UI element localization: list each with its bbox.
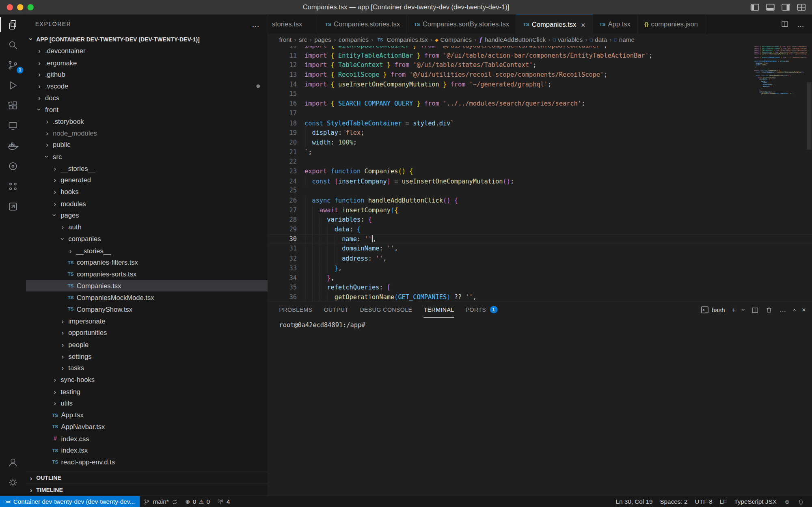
tree-folder-settings[interactable]: ›settings	[26, 350, 268, 362]
extension-a-activity-button[interactable]	[0, 156, 26, 176]
kill-terminal-icon[interactable]	[765, 306, 773, 313]
code-line-20[interactable]: 20 width: 100%;	[268, 138, 812, 147]
tree-folder-.devcontainer[interactable]: ›.devcontainer	[26, 45, 268, 57]
tree-folder-node_modules[interactable]: ›node_modules	[26, 127, 268, 139]
code-line-18[interactable]: 18const StyledTableContainer = styled.di…	[268, 118, 812, 128]
breadcrumb-handleAddButtonClick[interactable]: ƒhandleAddButtonClick	[479, 36, 546, 43]
breadcrumb-pages[interactable]: pages	[314, 36, 331, 43]
maximize-panel-icon[interactable]: ›	[790, 309, 798, 311]
code-line-11[interactable]: 11import { EntityTableActionBar } from '…	[268, 51, 812, 60]
chevron-down-icon[interactable]: ›	[740, 309, 747, 311]
source-control-activity-button[interactable]: 1	[0, 55, 26, 75]
tree-folder-.storybook[interactable]: ›.storybook	[26, 116, 268, 127]
settings-button[interactable]	[0, 472, 26, 492]
code-line-23[interactable]: 23export function Companies() {	[268, 167, 812, 177]
code-line-10[interactable]: 10import { WithTopBarContainer } from '@…	[268, 46, 812, 51]
search-activity-button[interactable]	[0, 35, 26, 55]
accounts-button[interactable]	[0, 452, 26, 472]
tree-folder-utils[interactable]: ›utils	[26, 397, 268, 409]
tree-folder-modules[interactable]: ›modules	[26, 198, 268, 209]
close-tab-icon[interactable]: ×	[581, 20, 585, 29]
panel-tab-terminal[interactable]: TERMINAL	[424, 302, 454, 318]
terminal-shell-selector[interactable]: >_ bash	[702, 306, 725, 313]
tab-stories.tsx[interactable]: stories.tsx	[268, 15, 319, 34]
ports-indicator[interactable]: 4	[214, 496, 233, 507]
run-debug-activity-button[interactable]	[0, 75, 26, 95]
tree-folder-tasks[interactable]: ›tasks	[26, 362, 268, 374]
tree-folder-__stories__[interactable]: ›__stories__	[26, 162, 268, 174]
language-mode[interactable]: TypeScript JSX	[730, 496, 780, 507]
explorer-activity-button[interactable]	[0, 15, 26, 35]
tree-file-CompanyShow.tsx[interactable]: TSCompanyShow.tsx	[26, 304, 268, 315]
toggle-sidebar-left-icon[interactable]	[750, 3, 759, 11]
outline-section-header[interactable]: › OUTLINE	[26, 472, 268, 483]
close-panel-icon[interactable]: ×	[802, 306, 806, 314]
code-line-36[interactable]: 36 getOperationName(GET_COMPANIES) ?? ''…	[268, 293, 812, 302]
zoom-window-button[interactable]	[28, 4, 34, 10]
extension-c-activity-button[interactable]	[0, 196, 26, 216]
tab-Companies.stories.tsx[interactable]: TSCompanies.stories.tsx	[318, 15, 407, 34]
split-editor-icon[interactable]	[781, 20, 788, 28]
tab-Companies.tsx[interactable]: TSCompanies.tsx×	[516, 15, 593, 34]
code-line-16[interactable]: 16import { SEARCH_COMPANY_QUERY } from '…	[268, 99, 812, 109]
tree-file-react-app-env.d.ts[interactable]: TSreact-app-env.d.ts	[26, 456, 268, 468]
breadcrumb-data[interactable]: □data	[590, 36, 607, 43]
breadcrumb-Companies.tsx[interactable]: TSCompanies.tsx	[376, 36, 428, 43]
breadcrumb-name[interactable]: □name	[614, 36, 635, 43]
tab-Companies.sortBy.stories.tsx[interactable]: TSCompanies.sortBy.stories.tsx	[407, 15, 516, 34]
tree-file-companies-filters.tsx[interactable]: TScompanies-filters.tsx	[26, 257, 268, 268]
editor-more-actions-icon[interactable]: …	[797, 20, 804, 28]
minimap[interactable]: import { WithTopBarContainer } from '@/u…	[754, 46, 807, 95]
breadcrumb-front[interactable]: front	[279, 36, 292, 43]
tree-file-companies-sorts.tsx[interactable]: TScompanies-sorts.tsx	[26, 268, 268, 280]
tab-App.tsx[interactable]: TSApp.tsx	[593, 15, 638, 34]
breadcrumb-companies[interactable]: companies	[339, 36, 369, 43]
tree-folder-.ergomake[interactable]: ›.ergomake	[26, 57, 268, 69]
tree-folder-sync-hooks[interactable]: ›sync-hooks	[26, 374, 268, 386]
tree-folder-.vscode[interactable]: ›.vscode	[26, 80, 268, 92]
code-line-29[interactable]: 29 data: {	[268, 225, 812, 235]
terminal-content[interactable]: root@0a42ecd84891:/app#	[268, 318, 812, 496]
tree-folder-testing[interactable]: ›testing	[26, 386, 268, 397]
extension-b-activity-button[interactable]	[0, 176, 26, 196]
tree-folder-generated[interactable]: ›generated	[26, 174, 268, 186]
code-line-27[interactable]: 27 await insertCompany({	[268, 205, 812, 215]
tree-folder-pages[interactable]: ›pages	[26, 209, 268, 221]
tree-folder-hooks[interactable]: ›hooks	[26, 186, 268, 198]
customize-layout-icon[interactable]	[797, 3, 806, 11]
feedback-icon[interactable]: ☺	[780, 496, 794, 507]
tree-file-index.css[interactable]: #index.css	[26, 433, 268, 444]
code-line-13[interactable]: 13import { RecoilScope } from '@/ui/util…	[268, 70, 812, 80]
code-line-28[interactable]: 28 variables: {	[268, 215, 812, 225]
panel-more-actions-icon[interactable]: …	[780, 306, 786, 314]
code-line-32[interactable]: 32 address: '',	[268, 254, 812, 263]
code-line-15[interactable]: 15	[268, 89, 812, 99]
tree-file-AppNavbar.tsx[interactable]: TSAppNavbar.tsx	[26, 421, 268, 433]
tree-folder-front[interactable]: ›front	[26, 104, 268, 116]
code-line-24[interactable]: 24 const [insertCompany] = useInsertOneC…	[268, 176, 812, 186]
code-line-25[interactable]: 25	[268, 186, 812, 196]
breadcrumb-variables[interactable]: □variables	[553, 36, 583, 43]
tree-folder-opportunities[interactable]: ›opportunities	[26, 327, 268, 339]
toggle-sidebar-right-icon[interactable]	[782, 3, 790, 11]
explorer-more-actions-icon[interactable]: …	[252, 19, 259, 28]
tree-folder-people[interactable]: ›people	[26, 339, 268, 350]
tree-folder-docs[interactable]: ›docs	[26, 92, 268, 104]
indentation-setting[interactable]: Spaces: 2	[656, 496, 691, 507]
code-line-33[interactable]: 33 },	[268, 263, 812, 273]
code-line-14[interactable]: 14import { useInsertOneCompanyMutation }…	[268, 80, 812, 89]
panel-tab-debug-console[interactable]: DEBUG CONSOLE	[360, 302, 412, 318]
timeline-section-header[interactable]: › TIMELINE	[26, 483, 268, 495]
remote-indicator[interactable]: >< Container dev-twenty-dev (dev-twenty-…	[0, 496, 140, 507]
extensions-activity-button[interactable]	[0, 95, 26, 116]
eol-setting[interactable]: LF	[716, 496, 731, 507]
breadcrumb-Companies[interactable]: ◆Companies	[435, 36, 472, 43]
tree-file-App.tsx[interactable]: TSApp.tsx	[26, 409, 268, 421]
branch-indicator[interactable]: main*	[140, 496, 182, 507]
encoding-setting[interactable]: UTF-8	[691, 496, 716, 507]
code-line-22[interactable]: 22	[268, 157, 812, 167]
tree-folder-__stories__[interactable]: ›__stories__	[26, 245, 268, 257]
tree-folder-public[interactable]: ›public	[26, 139, 268, 151]
code-line-31[interactable]: 31 domainName: '',	[268, 244, 812, 254]
cursor-position[interactable]: Ln 30, Col 19	[612, 496, 657, 507]
